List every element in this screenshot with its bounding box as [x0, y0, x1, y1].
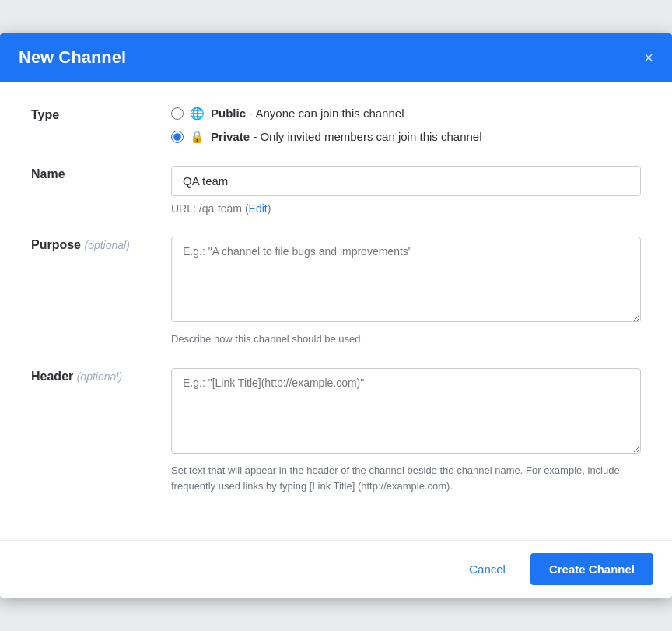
type-label: Type: [31, 107, 171, 122]
cancel-button[interactable]: Cancel: [457, 555, 518, 584]
purpose-hint: Describe how this channel should be used…: [171, 331, 641, 347]
purpose-row: Purpose (optional) Describe how this cha…: [31, 237, 641, 347]
purpose-label: Purpose (optional): [31, 237, 171, 252]
type-content: 🌐 Public - Anyone can join this channel …: [171, 107, 641, 144]
close-button[interactable]: ×: [644, 50, 653, 65]
header-content: Set text that will appear in the header …: [171, 368, 641, 493]
public-label: Public - Anyone can join this channel: [211, 107, 404, 120]
name-label: Name: [31, 166, 171, 181]
new-channel-modal: New Channel × Type 🌐 Public - Anyone can…: [0, 33, 672, 598]
modal-title: New Channel: [19, 47, 126, 68]
lock-icon: 🔒: [190, 130, 205, 144]
purpose-optional: (optional): [84, 239, 129, 251]
public-description: - Anyone can join this channel: [246, 107, 404, 120]
modal-header: New Channel ×: [0, 33, 672, 82]
private-radio[interactable]: [171, 131, 184, 143]
private-description: - Only invited members can join this cha…: [250, 130, 481, 143]
url-hint: URL: /qa-team (Edit): [171, 202, 641, 215]
url-prefix: URL: /qa-team (: [171, 202, 249, 215]
modal-body: Type 🌐 Public - Anyone can join this cha…: [0, 82, 672, 541]
url-edit-link[interactable]: Edit: [249, 202, 268, 215]
public-name: Public: [211, 107, 246, 120]
radio-group: 🌐 Public - Anyone can join this channel …: [171, 107, 641, 144]
public-radio[interactable]: [171, 107, 184, 120]
purpose-content: Describe how this channel should be used…: [171, 237, 641, 347]
name-input[interactable]: [171, 166, 641, 196]
modal-footer: Cancel Create Channel: [0, 540, 672, 598]
name-row: Name URL: /qa-team (Edit): [31, 166, 641, 215]
create-channel-button[interactable]: Create Channel: [530, 553, 653, 585]
purpose-textarea[interactable]: [171, 237, 641, 322]
header-label: Header (optional): [31, 368, 171, 384]
header-row: Header (optional) Set text that will app…: [31, 368, 641, 493]
type-row: Type 🌐 Public - Anyone can join this cha…: [31, 107, 641, 144]
name-content: URL: /qa-team (Edit): [171, 166, 641, 215]
url-suffix: ): [268, 202, 271, 215]
private-label: Private - Only invited members can join …: [211, 130, 482, 143]
header-hint: Set text that will appear in the header …: [171, 463, 641, 493]
private-name: Private: [211, 130, 250, 143]
public-option[interactable]: 🌐 Public - Anyone can join this channel: [171, 107, 641, 121]
globe-icon: 🌐: [190, 107, 205, 121]
header-textarea[interactable]: [171, 368, 641, 454]
header-optional: (optional): [77, 370, 122, 383]
private-option[interactable]: 🔒 Private - Only invited members can joi…: [171, 130, 641, 144]
